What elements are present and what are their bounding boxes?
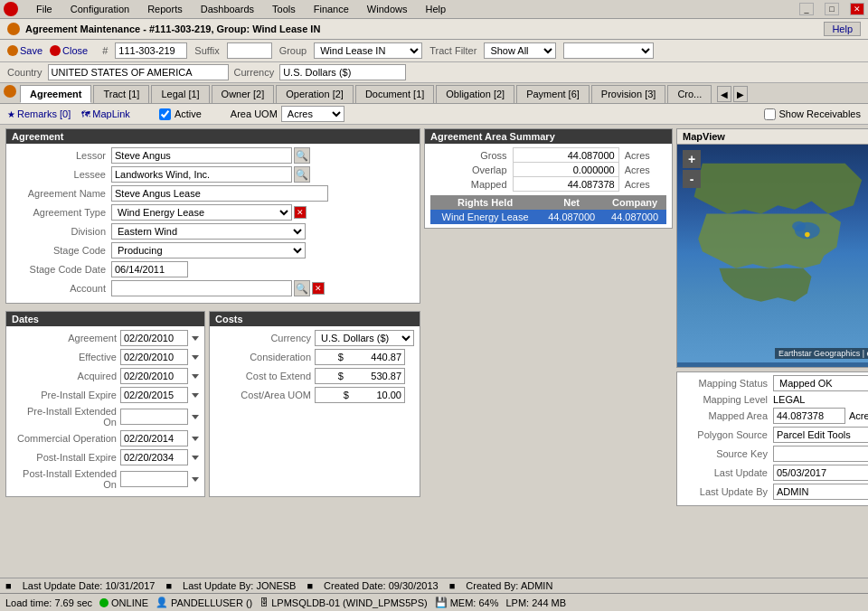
post-install-expire-input[interactable] (120, 449, 188, 465)
lessee-label: Lessee (12, 169, 111, 180)
load-time: Load time: 7.69 sec (5, 597, 92, 608)
effective-date-input[interactable] (120, 349, 188, 365)
zoom-out-button[interactable]: - (683, 170, 701, 188)
menu-help[interactable]: Help (421, 2, 449, 16)
tab-tract[interactable]: Tract [1] (93, 85, 149, 103)
pre-install-expire-input[interactable] (120, 387, 188, 403)
post-install-expire-row: Post-Install Expire (12, 449, 199, 465)
overlap-value: 0.000000 (513, 163, 618, 177)
maximize-button[interactable]: □ (825, 3, 839, 15)
country-input[interactable] (48, 64, 229, 80)
tab-prev-button[interactable]: ◀ (717, 86, 731, 102)
acquired-date-label: Acquired (12, 371, 120, 381)
acquired-date-input[interactable] (120, 368, 188, 384)
tab-document[interactable]: Document [1] (355, 85, 434, 103)
tab-next-button[interactable]: ▶ (733, 86, 748, 102)
currency-input[interactable] (279, 64, 406, 80)
cost-area-uom-row: Cost/Area UOM (215, 387, 414, 403)
group-select[interactable]: Wind Lease IN (314, 42, 422, 59)
area-uom-select[interactable]: Acres (281, 106, 344, 122)
bottom-status-bar: Load time: 7.69 sec ONLINE 👤 PANDELLUSER… (0, 593, 868, 611)
tab-provision[interactable]: Provision [3] (591, 85, 666, 103)
mapping-level-row: Mapping Level LEGAL (683, 394, 868, 405)
pre-install-extended-on-input[interactable] (120, 409, 188, 425)
minimize-button[interactable]: _ (799, 3, 814, 15)
menu-dashboards[interactable]: Dashboards (197, 2, 258, 16)
mapped-area-value: Acres (773, 408, 868, 424)
tract-filter-extra-select[interactable] (563, 42, 654, 59)
menu-tools[interactable]: Tools (269, 2, 299, 16)
tract-filter-label: Tract Filter (429, 45, 476, 56)
zoom-in-button[interactable]: + (683, 150, 701, 168)
account-clear-button[interactable]: ✕ (312, 282, 325, 295)
cost-to-extend-input[interactable] (315, 368, 405, 384)
agreement-date-dropdown[interactable] (192, 336, 199, 341)
lessor-search-button[interactable]: 🔍 (294, 147, 310, 164)
rights-held-header: Rights Held (430, 195, 540, 210)
active-checkbox[interactable] (159, 108, 171, 120)
agreement-number-input[interactable] (115, 42, 187, 59)
close-window-button[interactable]: ✕ (850, 3, 864, 15)
status-bar: ■ Last Update Date: 10/31/2017 ■ Last Up… (0, 578, 868, 593)
save-icon (7, 45, 18, 56)
mapping-status-select[interactable]: Mapped OK (773, 375, 868, 391)
tab-obligation[interactable]: Obligation [2] (436, 85, 514, 103)
lessee-search-button[interactable]: 🔍 (294, 166, 310, 183)
tab-payment[interactable]: Payment [6] (516, 85, 590, 103)
window-title: Agreement Maintenance - #111-303-219, Gr… (25, 24, 320, 34)
tab-owner[interactable]: Owner [2] (212, 85, 275, 103)
menu-file[interactable]: File (33, 2, 56, 16)
pre-install-expire-dropdown[interactable] (192, 393, 199, 398)
polygon-source-input[interactable] (773, 427, 868, 443)
pre-install-extended-on-row: Pre-Install Extended On (12, 406, 199, 428)
lessee-input[interactable] (111, 166, 292, 183)
menu-configuration[interactable]: Configuration (67, 2, 133, 16)
mapped-area-input[interactable] (773, 408, 845, 424)
menu-reports[interactable]: Reports (144, 2, 186, 16)
remarks-button[interactable]: ★ Remarks [0] (7, 108, 71, 119)
commercial-operation-input[interactable] (120, 430, 188, 446)
last-update-by-input[interactable] (773, 484, 868, 500)
post-install-extended-on-dropdown[interactable] (192, 477, 199, 482)
lessor-input[interactable] (111, 147, 292, 164)
agreement-type-clear-button[interactable]: ✕ (294, 206, 307, 219)
tab-cro[interactable]: Cro... (667, 85, 712, 103)
acquired-date-dropdown[interactable] (192, 374, 199, 379)
cost-area-uom-label: Cost/Area UOM (215, 390, 315, 400)
account-input[interactable] (111, 280, 292, 296)
stage-code-date-input[interactable] (111, 261, 188, 277)
maplink-button[interactable]: 🗺 MapLink (81, 108, 130, 119)
effective-date-dropdown[interactable] (192, 355, 199, 360)
consideration-input[interactable] (315, 349, 405, 365)
rights-data-row[interactable]: Wind Energy Lease 44.087000 44.087000 (430, 210, 666, 224)
tract-filter-select[interactable]: Show All (484, 42, 556, 59)
pre-install-extended-on-dropdown[interactable] (192, 415, 199, 419)
costs-currency-select[interactable]: U.S. Dollars ($) (315, 330, 414, 346)
source-key-row: Source Key (683, 446, 868, 462)
account-search-button[interactable]: 🔍 (294, 280, 310, 296)
tab-operation[interactable]: Operation [2] (276, 85, 354, 103)
menu-windows[interactable]: Windows (363, 2, 411, 16)
account-label: Account (12, 283, 111, 294)
menu-finance[interactable]: Finance (310, 2, 353, 16)
tab-legal[interactable]: Legal [1] (151, 85, 209, 103)
save-button[interactable]: Save (7, 45, 42, 56)
division-select[interactable]: Eastern Wind (111, 223, 306, 240)
db-label: LPMSQLDB-01 (WIND_LPMS5PS) (271, 597, 427, 608)
last-update-input[interactable] (773, 465, 868, 481)
source-key-input[interactable] (773, 446, 868, 462)
post-install-expire-dropdown[interactable] (192, 456, 199, 460)
cost-area-uom-input[interactable] (315, 387, 405, 403)
agreement-name-input[interactable] (111, 185, 328, 202)
tab-agreement[interactable]: Agreement (20, 85, 91, 103)
show-receivables-checkbox[interactable] (764, 108, 776, 120)
stage-code-select[interactable]: Producing (111, 242, 306, 258)
agreement-date-input[interactable] (120, 330, 188, 346)
help-button[interactable]: Help (824, 22, 861, 36)
post-install-extended-on-input[interactable] (120, 471, 188, 487)
suffix-input[interactable] (227, 42, 272, 59)
commercial-operation-dropdown[interactable] (192, 437, 199, 441)
last-update-label: Last Update (683, 467, 773, 478)
agreement-type-select[interactable]: Wind Energy Lease (111, 204, 292, 221)
close-button[interactable]: Close (50, 45, 88, 56)
